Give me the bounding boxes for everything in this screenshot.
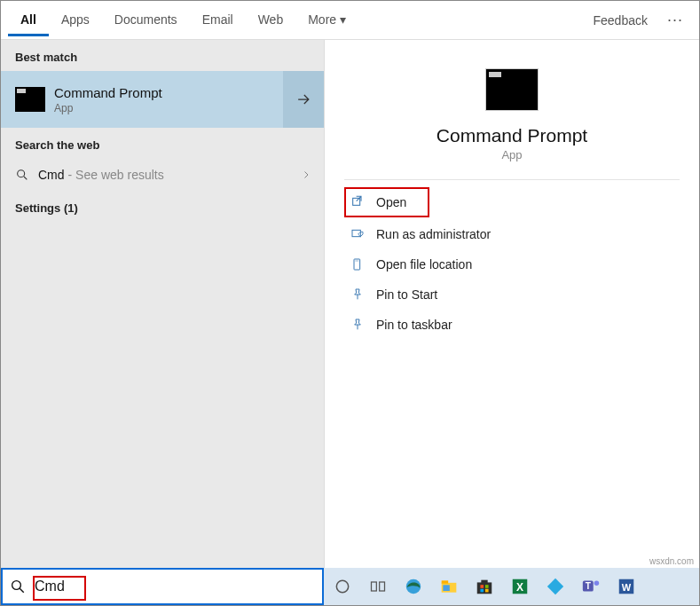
arrow-right-icon — [295, 91, 312, 108]
tab-more-label: More — [308, 12, 336, 27]
web-result-row[interactable]: Cmd - See web results — [1, 159, 324, 191]
open-action[interactable]: Open — [344, 187, 429, 217]
pin-to-start-action[interactable]: Pin to Start — [344, 279, 680, 310]
svg-rect-10 — [380, 582, 385, 591]
svg-rect-13 — [442, 580, 449, 583]
results-panel: Best match Command Prompt App Search the… — [1, 40, 324, 605]
pin-to-start-label: Pin to Start — [376, 287, 437, 302]
word-icon[interactable]: W — [615, 575, 638, 598]
svg-text:T: T — [586, 581, 592, 591]
best-match-heading: Best match — [1, 40, 324, 71]
search-input[interactable] — [33, 575, 315, 598]
edge-icon[interactable] — [402, 575, 425, 598]
task-view-icon[interactable] — [366, 575, 389, 598]
web-result-hint: - See web results — [68, 168, 164, 182]
pin-to-taskbar-action[interactable]: Pin to taskbar — [344, 310, 680, 340]
svg-point-0 — [18, 170, 25, 177]
cortana-icon[interactable] — [331, 575, 354, 598]
svg-rect-17 — [480, 585, 484, 588]
pin-to-taskbar-label: Pin to taskbar — [376, 318, 452, 332]
tab-documents[interactable]: Documents — [102, 4, 190, 36]
shield-icon — [350, 226, 366, 242]
divider — [344, 179, 680, 180]
svg-text:X: X — [516, 581, 523, 594]
best-match-title: Command Prompt — [54, 85, 283, 100]
app-title: Command Prompt — [344, 125, 680, 146]
app-type-label: App — [344, 148, 680, 161]
tab-apps[interactable]: Apps — [49, 4, 102, 36]
search-icon — [15, 168, 29, 182]
svg-rect-18 — [485, 585, 489, 588]
content-area: Best match Command Prompt App Search the… — [1, 40, 699, 605]
tab-web[interactable]: Web — [246, 4, 296, 36]
best-match-subtitle: App — [54, 102, 283, 114]
svg-rect-20 — [485, 589, 489, 593]
svg-rect-16 — [481, 580, 487, 584]
overflow-menu-button[interactable]: ··· — [658, 5, 692, 35]
open-label: Open — [376, 195, 406, 209]
teams-icon[interactable]: T — [579, 575, 602, 598]
app-icon — [485, 68, 539, 111]
kodi-icon[interactable] — [544, 575, 567, 598]
open-file-location-action[interactable]: Open file location — [344, 249, 680, 279]
tab-more[interactable]: More ▾ — [295, 4, 358, 36]
detail-panel: Command Prompt App Open Run as administr… — [324, 40, 699, 605]
excel-icon[interactable]: X — [508, 575, 531, 598]
svg-rect-14 — [443, 585, 450, 591]
svg-line-1 — [24, 177, 27, 179]
settings-heading[interactable]: Settings (1) — [1, 191, 324, 222]
pin-icon — [350, 287, 366, 303]
svg-rect-5 — [355, 260, 358, 261]
svg-rect-9 — [372, 582, 377, 591]
svg-rect-19 — [480, 589, 484, 593]
taskbar: X T W — [324, 568, 699, 605]
svg-line-7 — [20, 588, 24, 593]
cmd-icon — [15, 87, 45, 112]
best-match-result[interactable]: Command Prompt App — [1, 71, 324, 128]
feedback-link[interactable]: Feedback — [583, 4, 658, 36]
open-icon — [350, 194, 366, 210]
search-bar[interactable] — [1, 568, 324, 605]
chevron-right-icon — [301, 169, 311, 180]
file-explorer-icon[interactable] — [437, 575, 460, 598]
tab-email[interactable]: Email — [190, 4, 246, 36]
svg-rect-15 — [477, 582, 492, 594]
svg-point-25 — [594, 581, 600, 586]
best-match-text: Command Prompt App — [54, 85, 283, 114]
web-result-query: Cmd — [38, 168, 65, 182]
watermark: wsxdn.com — [649, 556, 694, 566]
chevron-down-icon: ▾ — [340, 12, 346, 27]
tab-all[interactable]: All — [8, 4, 49, 36]
svg-point-8 — [336, 580, 348, 592]
microsoft-store-icon[interactable] — [473, 575, 496, 598]
pin-icon — [350, 317, 366, 333]
search-icon — [10, 578, 26, 594]
bottom-bar: X T W — [1, 568, 699, 605]
folder-icon — [350, 256, 366, 272]
start-search-window: All Apps Documents Email Web More ▾ Feed… — [0, 0, 700, 606]
expand-arrow-button[interactable] — [283, 71, 324, 128]
run-as-admin-label: Run as administrator — [376, 227, 491, 241]
run-as-admin-action[interactable]: Run as administrator — [344, 219, 680, 249]
search-filter-tabs: All Apps Documents Email Web More ▾ Feed… — [1, 1, 699, 40]
svg-point-6 — [12, 581, 21, 590]
open-file-location-label: Open file location — [376, 257, 472, 272]
svg-text:W: W — [622, 582, 632, 593]
search-web-heading: Search the web — [1, 128, 324, 159]
